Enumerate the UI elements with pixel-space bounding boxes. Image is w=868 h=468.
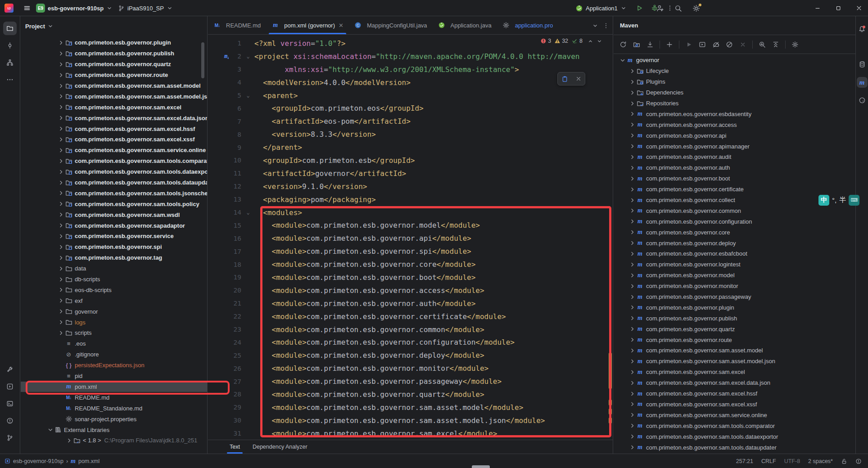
maven-module[interactable]: mcom.primeton.esb.governor.audit <box>614 152 855 162</box>
fold-chevron-icon[interactable]: ⌄ <box>244 209 252 216</box>
chevron-icon[interactable] <box>58 286 65 293</box>
maven-module[interactable]: mcom.primeton.eos.governor.esbdasentity <box>614 108 855 119</box>
chevron-icon[interactable] <box>66 437 73 444</box>
code-line-5[interactable]: 5⌄ <parent> <box>208 89 613 102</box>
chevron-icon[interactable] <box>58 125 65 132</box>
code-line-15[interactable]: 15 <module>com.primeton.esb.governor.mod… <box>208 219 613 232</box>
tree-item[interactable]: com.primeton.esb.governor.tag <box>21 252 207 263</box>
breadcrumb-file[interactable]: pom.xml <box>78 458 99 464</box>
next-problem-icon[interactable] <box>597 38 602 44</box>
chevron-icon[interactable] <box>58 265 65 272</box>
maven-module[interactable]: mcom.primeton.esb.governor.sam.service.o… <box>614 410 855 420</box>
chevron-icon[interactable] <box>58 61 65 68</box>
chevron-icon[interactable] <box>629 78 636 86</box>
chevron-icon[interactable] <box>58 189 65 197</box>
maven-module[interactable]: mcom.primeton.esb.governor.quartz <box>614 324 855 334</box>
tree-item[interactable]: com.primeton.esb.governor.sam.wsdl <box>21 209 207 220</box>
chevron-icon[interactable] <box>629 143 636 150</box>
tool-strip-build-icon[interactable] <box>3 363 17 376</box>
tree-item[interactable]: com.primeton.esb.governor.service <box>21 231 207 242</box>
main-menu-icon[interactable] <box>21 2 33 14</box>
tree-item[interactable]: com.primeton.esb.governor.plugin <box>21 37 207 48</box>
chevron-icon[interactable] <box>629 89 636 96</box>
tree-item[interactable]: ⊘.gitignore <box>21 349 207 360</box>
chevron-icon[interactable] <box>47 426 54 433</box>
tree-item[interactable]: com.primeton.esb.governor.sam.excel <box>21 102 207 112</box>
tree-item[interactable]: { }persistedExpectations.json <box>21 360 207 371</box>
tree-item[interactable]: com.primeton.esb.governor.sapadaptor <box>21 220 207 231</box>
code-line-31[interactable]: 31 <module>com.primeton.esb.governor.sam… <box>208 427 613 439</box>
maven-module[interactable]: mcom.primeton.esb.governor.sam.excel.dat… <box>614 378 855 388</box>
tree-item[interactable]: com.primeton.esb.governor.sam.excel.data… <box>21 112 207 123</box>
chevron-icon[interactable] <box>629 68 636 75</box>
code-line-14[interactable]: 14⌄ <modules> <box>208 206 613 219</box>
chevron-icon[interactable] <box>629 304 636 311</box>
code-line-17[interactable]: 17 <module>com.primeton.esb.governor.spi… <box>208 245 613 258</box>
chevron-icon[interactable] <box>58 39 65 46</box>
fold-chevron-icon[interactable]: ⌄ <box>244 92 252 99</box>
maven-module[interactable]: mcom.primeton.esb.governor.sam.excel <box>614 367 855 378</box>
maven-panel-header[interactable]: Maven <box>620 16 638 35</box>
chevron-icon[interactable] <box>629 186 636 193</box>
tree-item[interactable]: ≡pid <box>21 371 207 382</box>
scrollbar-warning-stripe[interactable] <box>609 400 612 405</box>
maven-module[interactable]: mcom.primeton.esb.governor.sam.excel.xss… <box>614 399 855 410</box>
code-line-9[interactable]: 9 </parent> <box>208 141 613 154</box>
tool-strip-more-icon[interactable] <box>3 73 17 86</box>
tree-item[interactable]: governor <box>21 306 207 317</box>
chevron-icon[interactable] <box>619 57 626 64</box>
floating-paste-widget[interactable] <box>557 72 585 86</box>
tree-item[interactable]: ≡.eos <box>21 338 207 349</box>
tree-item-pom-xml-selected[interactable]: mpom.xml <box>21 382 207 392</box>
maven-group-lifecycle[interactable]: Lifecycle <box>614 66 855 76</box>
chevron-icon[interactable] <box>629 411 636 418</box>
tree-item[interactable]: com.primeton.esb.governor.spi <box>21 242 207 252</box>
chevron-icon[interactable] <box>629 293 636 301</box>
code-line-30[interactable]: 30 <module>com.primeton.esb.governor.sam… <box>208 414 613 427</box>
maven-module[interactable]: mcom.primeton.esb.governor.logintest <box>614 259 855 270</box>
chevron-icon[interactable] <box>58 82 65 90</box>
chevron-icon[interactable] <box>629 336 636 343</box>
tool-strip-services-icon[interactable] <box>3 380 17 393</box>
chevron-down-icon[interactable] <box>620 5 627 11</box>
chevron-icon[interactable] <box>629 379 636 387</box>
chevron-icon[interactable] <box>629 444 636 451</box>
chevron-icon[interactable] <box>58 114 65 122</box>
chevron-icon[interactable] <box>629 164 636 171</box>
tree-item[interactable]: logs <box>21 317 207 328</box>
prev-problem-icon[interactable] <box>588 38 593 44</box>
maven-group-dependencies[interactable]: Dependencies <box>614 87 855 98</box>
maven-module[interactable]: mcom.primeton.esb.governor.configuration <box>614 216 855 227</box>
breadcrumb-project[interactable]: esb-governor-910sp <box>13 458 63 464</box>
project-name[interactable]: esb-governor-910sp <box>48 5 104 12</box>
maven-module[interactable]: mcom.primeton.esb.governor.esbafcboot <box>614 248 855 259</box>
code-line-4[interactable]: 4 <modelVersion>4.0.0</modelVersion> <box>208 76 613 89</box>
tree-item[interactable]: sonar-project.properties <box>21 414 207 424</box>
close-tab-icon[interactable]: ✕ <box>339 22 344 29</box>
tool-strip-gradle-icon[interactable] <box>857 95 868 106</box>
tree-item[interactable]: com.primeton.esb.governor.sam.tools.poli… <box>21 198 207 209</box>
chevron-icon[interactable] <box>58 222 65 229</box>
close-button[interactable] <box>850 0 868 16</box>
code-line-11[interactable]: 11 <artifactId>governor</artifactId> <box>208 167 613 180</box>
code-line-29[interactable]: 29 <module>com.primeton.esb.governor.sam… <box>208 401 613 414</box>
maven-group-plugins[interactable]: Plugins <box>614 76 855 87</box>
maven-module[interactable]: mcom.primeton.esb.governor.common <box>614 205 855 216</box>
code-line-3[interactable]: 3 xmlns:xsi="http://www.w3.org/2001/XMLS… <box>208 63 613 76</box>
analyze-dependencies-icon[interactable] <box>756 39 768 50</box>
scrollbar-warning-stripe[interactable] <box>609 418 612 423</box>
maven-module[interactable]: mcom.primeton.esb.governor.passageway <box>614 292 855 302</box>
code-line-7[interactable]: 7 <artifactId>eos-pom</artifactId> <box>208 115 613 128</box>
fold-chevron-icon[interactable]: ⌄ <box>244 53 252 59</box>
notifications-icon[interactable] <box>857 23 868 34</box>
tool-strip-commit-icon[interactable] <box>3 39 17 52</box>
tree-item[interactable]: db-scripts <box>21 274 207 285</box>
inspections-widget[interactable]: 3 32 8 <box>540 38 602 44</box>
chevron-icon[interactable] <box>58 50 65 57</box>
chevron-icon[interactable] <box>58 93 65 100</box>
tree-item[interactable]: com.primeton.esb.governor.publish <box>21 48 207 59</box>
chevron-icon[interactable] <box>58 243 65 251</box>
tree-item[interactable]: com.primeton.esb.governor.route <box>21 70 207 81</box>
add-icon[interactable] <box>664 39 675 50</box>
expand-all-icon[interactable] <box>770 39 782 50</box>
